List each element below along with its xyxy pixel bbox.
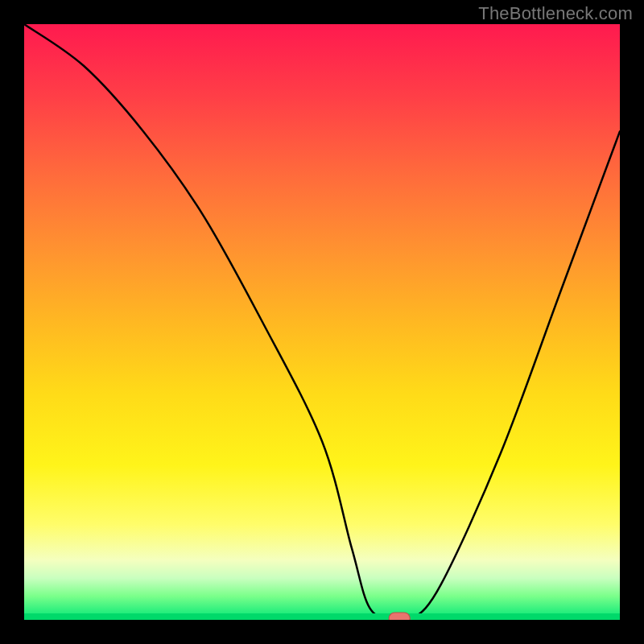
plot-area <box>24 24 620 620</box>
bottleneck-curve-svg <box>24 24 620 620</box>
optimal-marker <box>389 613 410 620</box>
bottleneck-curve <box>24 24 620 620</box>
chart-frame: TheBottleneck.com <box>0 0 644 644</box>
watermark-text: TheBottleneck.com <box>478 3 633 24</box>
baseline-band <box>24 613 620 620</box>
